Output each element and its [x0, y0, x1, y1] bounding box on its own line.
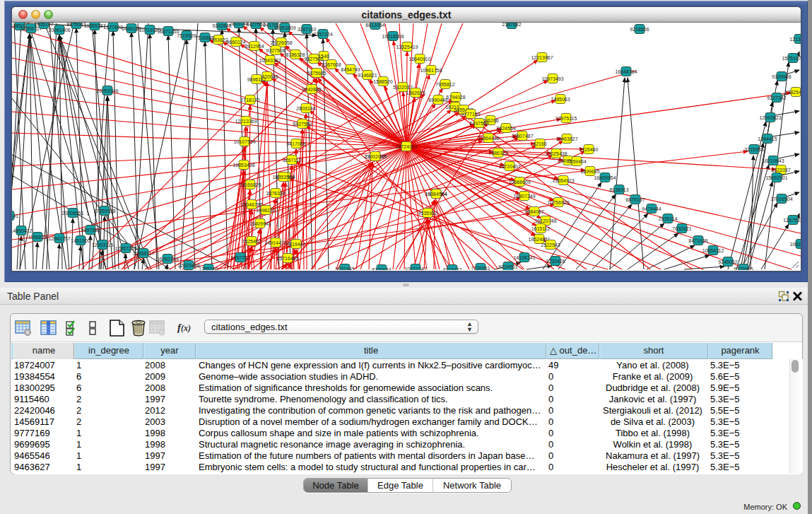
svg-text:10654112: 10654112: [702, 248, 724, 253]
svg-text:9146821: 9146821: [358, 73, 377, 78]
svg-text:14136141: 14136141: [513, 255, 535, 260]
svg-text:3624554: 3624554: [496, 126, 515, 131]
svg-text:8938913: 8938913: [609, 187, 628, 192]
svg-text:16053809: 16053809: [273, 25, 295, 30]
svg-text:8186328: 8186328: [286, 52, 305, 57]
svg-text:12023468: 12023468: [177, 263, 199, 268]
svg-text:6497568: 6497568: [469, 121, 488, 126]
svg-text:12975115: 12975115: [555, 116, 577, 121]
svg-text:1244415: 1244415: [758, 136, 777, 141]
svg-text:12093823: 12093823: [759, 115, 781, 120]
svg-text:8699695: 8699695: [580, 169, 599, 174]
svg-text:2935114: 2935114: [659, 216, 678, 221]
svg-text:16782759: 16782759: [156, 257, 178, 262]
svg-text:16409954: 16409954: [594, 175, 616, 180]
svg-text:10924501: 10924501: [789, 242, 801, 247]
svg-text:5875685: 5875685: [307, 71, 326, 76]
svg-text:9242848: 9242848: [302, 87, 321, 92]
svg-text:23226058: 23226058: [270, 40, 292, 45]
svg-text:13654923: 13654923: [552, 178, 574, 183]
svg-text:13325401: 13325401: [784, 90, 801, 95]
svg-text:62160: 62160: [533, 141, 547, 146]
svg-text:6879197: 6879197: [625, 197, 645, 202]
svg-text:20206551: 20206551: [61, 211, 83, 216]
svg-text:12942757: 12942757: [48, 236, 70, 241]
svg-text:14850412: 14850412: [12, 228, 33, 233]
svg-text:2387682: 2387682: [502, 23, 521, 27]
svg-text:7357224: 7357224: [313, 32, 332, 37]
svg-text:15716485: 15716485: [276, 256, 298, 261]
svg-text:15409948: 15409948: [249, 221, 271, 226]
svg-text:7986322: 7986322: [488, 151, 507, 156]
svg-text:10807487: 10807487: [511, 134, 533, 139]
svg-text:10958117: 10958117: [133, 251, 155, 256]
svg-text:10025438: 10025438: [545, 151, 567, 156]
svg-text:3267110: 3267110: [283, 158, 302, 163]
svg-text:18724007: 18724007: [395, 144, 417, 149]
svg-text:1213250: 1213250: [789, 37, 801, 42]
svg-text:8660124: 8660124: [226, 40, 245, 45]
svg-text:19218506: 19218506: [382, 34, 404, 39]
svg-text:19463627: 19463627: [555, 136, 577, 141]
svg-text:7485063: 7485063: [551, 97, 570, 102]
svg-text:7516685: 7516685: [195, 35, 214, 40]
svg-text:1498222: 1498222: [256, 208, 275, 213]
svg-text:5322037: 5322037: [393, 85, 412, 90]
svg-text:8454749: 8454749: [341, 67, 360, 72]
svg-text:9327505: 9327505: [304, 57, 323, 62]
svg-text:2522543: 2522543: [541, 243, 560, 247]
svg-text:10107554: 10107554: [233, 139, 255, 144]
svg-text:9474444: 9474444: [642, 206, 661, 211]
svg-text:16671355: 16671355: [157, 29, 179, 34]
svg-text:1267533: 1267533: [783, 218, 801, 223]
svg-text:19166825: 19166825: [239, 182, 261, 187]
svg-text:8471636: 8471636: [688, 238, 707, 243]
svg-text:8813054: 8813054: [365, 23, 384, 28]
svg-text:9119447: 9119447: [287, 242, 306, 247]
svg-text:3878334: 3878334: [266, 191, 285, 196]
svg-text:10756928: 10756928: [547, 200, 569, 205]
svg-text:16210643: 16210643: [762, 158, 784, 163]
svg-text:10222147: 10222147: [404, 267, 426, 271]
svg-text:1615112: 1615112: [531, 226, 551, 231]
svg-text:9084067: 9084067: [524, 209, 543, 214]
svg-text:9031945: 9031945: [335, 267, 354, 271]
svg-text:19853498: 19853498: [233, 163, 254, 168]
svg-text:13325419: 13325419: [396, 45, 418, 49]
svg-text:12953115: 12953115: [92, 243, 114, 247]
svg-text:7559404: 7559404: [567, 159, 586, 164]
svg-text:7632621: 7632621: [672, 226, 691, 231]
svg-text:17359928: 17359928: [93, 209, 115, 214]
svg-text:6794028: 6794028: [446, 95, 465, 100]
svg-text:7955812: 7955812: [435, 82, 454, 87]
svg-text:15046786: 15046786: [240, 202, 262, 207]
svg-text:12213967: 12213967: [531, 55, 553, 60]
svg-text:3267110: 3267110: [298, 27, 317, 32]
svg-text:10655287: 10655287: [83, 23, 105, 28]
svg-text:9227342: 9227342: [767, 95, 786, 100]
svg-text:3215958: 3215958: [744, 147, 763, 152]
svg-text:9113427: 9113427: [443, 267, 462, 271]
svg-text:9218506: 9218506: [630, 27, 649, 32]
svg-text:1156829: 1156829: [28, 235, 47, 240]
svg-text:7720951: 7720951: [471, 266, 490, 271]
svg-text:1588520: 1588520: [373, 79, 392, 84]
svg-text:8912954: 8912954: [245, 44, 264, 49]
svg-text:16640910: 16640910: [408, 57, 430, 62]
svg-text:16120746: 16120746: [534, 218, 556, 223]
svg-text:12213369: 12213369: [235, 119, 257, 124]
svg-text:9329966: 9329966: [772, 74, 791, 79]
svg-text:7625402: 7625402: [242, 239, 261, 244]
svg-text:1905177: 1905177: [34, 23, 53, 27]
svg-text:9224501: 9224501: [498, 264, 517, 269]
svg-text:2803144: 2803144: [296, 106, 315, 111]
svg-text:20091406: 20091406: [48, 28, 70, 33]
svg-text:9997588: 9997588: [81, 228, 100, 233]
svg-text:9777169: 9777169: [461, 112, 480, 117]
svg-text:18353594: 18353594: [272, 175, 294, 180]
svg-text:9245052: 9245052: [718, 259, 737, 264]
svg-text:1451900: 1451900: [71, 238, 90, 243]
svg-text:9457791: 9457791: [230, 255, 249, 260]
svg-text:15692901: 15692901: [765, 175, 787, 180]
svg-text:9327508: 9327508: [266, 48, 285, 53]
